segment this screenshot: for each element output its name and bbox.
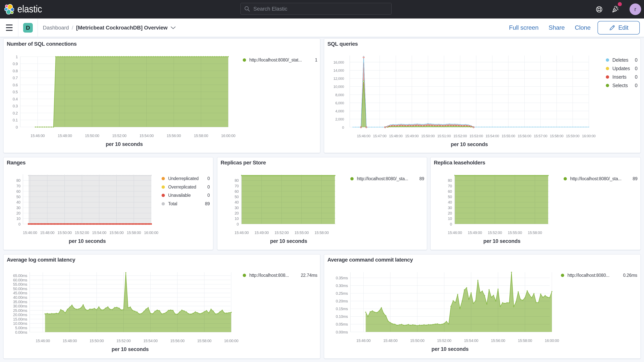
global-search-input[interactable] <box>253 6 388 12</box>
series-marker <box>35 223 37 225</box>
series-marker <box>105 308 106 308</box>
legend-item[interactable]: http://localhost:8080/_sta...89 <box>564 174 638 183</box>
series-marker <box>372 310 373 311</box>
legend-item[interactable]: Underreplicated0 <box>162 174 210 183</box>
series-marker <box>56 175 56 176</box>
series-marker <box>46 175 46 176</box>
series-marker <box>98 306 99 307</box>
series-marker <box>368 316 368 317</box>
series-marker <box>150 313 151 314</box>
legend-item[interactable]: Overreplicated0 <box>162 183 210 192</box>
series-marker <box>113 223 114 225</box>
series-marker <box>479 175 480 176</box>
series-marker <box>460 308 460 309</box>
series-marker <box>61 175 62 176</box>
notification-dot <box>618 2 622 6</box>
series-marker <box>149 175 150 176</box>
legend-item[interactable]: http://localhost:8080...0.26ms <box>561 271 637 280</box>
series-marker <box>158 56 158 57</box>
series-marker <box>77 175 78 176</box>
series-marker <box>436 124 436 124</box>
series-marker <box>140 56 140 57</box>
series-marker <box>312 175 313 176</box>
series-marker <box>488 175 488 176</box>
legend-label: Updates <box>612 66 630 71</box>
series-marker <box>60 56 61 57</box>
legend-dot <box>243 274 246 277</box>
series-marker <box>32 223 34 225</box>
legend-item[interactable]: Inserts0 <box>606 73 638 81</box>
series-marker <box>96 175 97 176</box>
y-tick-label: 0.35ms <box>336 276 348 280</box>
space-badge[interactable]: D <box>23 23 33 32</box>
legend-item[interactable]: Total89 <box>162 200 210 208</box>
x-tick-label: 16:00:00 <box>582 134 596 138</box>
series-marker <box>446 124 447 124</box>
series-marker <box>78 308 79 310</box>
series-marker <box>162 56 163 57</box>
legend-item[interactable]: http://localhost:8080/_sta...89 <box>350 174 424 183</box>
series-marker <box>247 175 248 176</box>
x-tick-label: 15:46:00 <box>30 134 45 138</box>
avg-log-commit-latency-chart: 65.00ms60.00ms55.00ms50.00ms45.00ms40.00… <box>4 254 320 359</box>
edit-button[interactable]: Edit <box>598 21 640 34</box>
series-marker <box>52 313 52 314</box>
series-marker <box>374 312 375 312</box>
newsfeed-button[interactable] <box>612 5 620 13</box>
series-marker <box>47 313 48 314</box>
series-marker <box>81 223 83 225</box>
series-marker <box>448 324 449 324</box>
x-tick-label: 15:50:00 <box>421 134 435 138</box>
legend-item[interactable]: http://localhost:8080/_stat...1 <box>243 56 317 64</box>
x-tick-label: 15:52:00 <box>437 338 452 343</box>
legend-label: Unavailable <box>168 193 191 198</box>
help-button[interactable] <box>596 6 602 13</box>
breadcrumb-dashboard[interactable]: Dashboard <box>43 25 69 31</box>
menu-item-full-screen[interactable]: Full screen <box>509 24 538 31</box>
elastic-logo[interactable]: elastic <box>4 4 42 15</box>
series-marker <box>379 310 380 311</box>
series-marker <box>516 127 517 128</box>
series-area <box>455 176 548 224</box>
series-marker <box>190 314 191 314</box>
series-marker <box>446 124 448 126</box>
menu-item-clone[interactable]: Clone <box>575 24 590 31</box>
series-marker <box>586 127 586 128</box>
x-tick-label: 15:49:00 <box>468 230 482 235</box>
user-avatar[interactable]: r <box>630 4 641 15</box>
series-marker <box>41 175 42 176</box>
panel-replicas-per-store: Replicas per Store 8070605040302010015:4… <box>217 157 427 250</box>
series-marker <box>410 325 411 326</box>
series-marker <box>110 223 112 225</box>
series-marker <box>481 127 482 128</box>
breadcrumb-title-button[interactable]: [Metricbeat CockroachDB] Overview <box>76 25 176 31</box>
legend-item[interactable]: Selects0 <box>606 81 638 90</box>
series-marker <box>417 325 418 326</box>
series-marker <box>371 127 372 128</box>
y-tick-label: 15.00ms <box>13 317 28 321</box>
series-marker <box>173 56 174 57</box>
legend-item[interactable]: Unavailable0 <box>162 191 210 200</box>
series-marker <box>57 175 58 176</box>
legend-item[interactable]: http://localhost:808...22.74ms <box>243 271 317 280</box>
pencil-icon <box>609 24 616 31</box>
series-marker <box>494 175 494 176</box>
x-tick-label: 15:58:00 <box>518 338 532 343</box>
menu-button[interactable] <box>6 24 12 31</box>
menu-item-share[interactable]: Share <box>548 24 565 31</box>
legend: http://localhost:808...22.74ms <box>243 271 317 280</box>
series-marker <box>130 307 131 308</box>
legend-item[interactable]: Deletes0 <box>606 56 638 64</box>
series-marker <box>578 127 578 128</box>
series-marker <box>465 125 466 126</box>
series-marker <box>228 56 229 57</box>
series-marker <box>92 223 94 225</box>
series-marker <box>300 175 301 176</box>
series-marker <box>168 310 169 311</box>
x-tick-label: 15:47:00 <box>373 134 386 138</box>
y-tick-label: 80 <box>448 178 452 182</box>
y-tick-label: 14,000 <box>334 68 344 72</box>
legend-item[interactable]: Updates0 <box>606 64 638 73</box>
toolbar: D Dashboard / [Metricbeat CockroachDB] O… <box>0 18 644 37</box>
series-marker <box>517 175 518 176</box>
